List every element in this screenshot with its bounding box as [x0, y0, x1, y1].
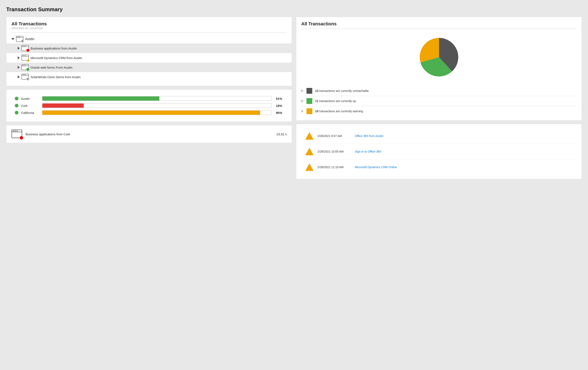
svg-point-9	[25, 46, 26, 47]
california-dot	[15, 111, 19, 115]
svg-point-22	[22, 74, 23, 75]
child-icon-wrapper-3: ✕	[21, 74, 29, 80]
bottom-status-error	[20, 136, 23, 139]
child-icon-wrapper-0	[21, 45, 29, 51]
austin-bar-container	[42, 96, 272, 101]
austin-root-label: Austin	[25, 37, 34, 41]
locations-card: Austin 51% Cork 18%	[6, 89, 292, 122]
bottom-item-card: Business applications from Cork 23,52 s	[6, 125, 292, 143]
svg-point-18	[24, 65, 24, 66]
legend-text-up: 11 transactions are currently up	[315, 99, 356, 103]
alert-datetime-2: 2/26/2021 11:10 AM	[317, 165, 351, 169]
child-icon-wrapper-2	[21, 64, 29, 71]
svg-point-4	[20, 37, 20, 37]
legend-arrow-0	[301, 89, 304, 92]
bottom-icon-wrapper	[11, 129, 22, 139]
warning-icon-1: !	[305, 148, 313, 156]
tree-item-3[interactable]: ✕ SolarWinds Orion Demo from Austin	[11, 72, 287, 82]
tree-item-2[interactable]: Oracle web forms From Austin	[6, 63, 292, 72]
legend-text-unreachable: 13 transactions are currently unreachabl…	[315, 89, 369, 93]
cork-bar-container	[42, 103, 272, 108]
california-bar-container	[42, 110, 272, 115]
status-x-icon-3: ✕	[26, 77, 29, 80]
tree-item-label-2: Oracle web forms From Austin	[31, 66, 73, 69]
location-row-california: California 95%	[15, 110, 284, 115]
austin-icon-wrapper: ✕	[16, 36, 23, 42]
legend-color-up	[306, 98, 312, 104]
svg-point-28	[15, 130, 16, 131]
svg-point-3	[18, 37, 19, 37]
svg-point-23	[24, 74, 24, 75]
tree-item-0[interactable]: Business applications from Austin	[6, 43, 292, 53]
cork-bar	[42, 104, 84, 108]
status-warning-0: ⚠️	[26, 59, 30, 62]
svg-point-27	[13, 130, 14, 131]
chart-card-title: All Transactions	[301, 21, 577, 27]
legend-arrow-2	[301, 110, 304, 113]
tree-item-1[interactable]: ⚠️ Microsoft Dynamics CRM from Austin	[11, 53, 287, 63]
alert-row-1: ! 2/26/2021 10:05 AM Sign in to Office 3…	[301, 144, 577, 159]
svg-point-12	[22, 55, 23, 56]
status-x-icon: ✕	[21, 40, 24, 42]
bottom-item-time: 23,52 s	[277, 132, 287, 136]
cork-name: Cork	[21, 104, 40, 107]
page-title: Transaction Summary	[6, 6, 582, 13]
alert-datetime-1: 2/26/2021 10:05 AM	[317, 150, 351, 153]
alert-datetime-0: 2/26/2021 8:07 AM	[317, 134, 351, 137]
austin-name: Austin	[21, 97, 40, 100]
legend-section: 13 transactions are currently unreachabl…	[301, 86, 577, 116]
tree-item-label-1: Microsoft Dynamics CRM from Austin	[31, 56, 82, 60]
svg-point-14	[25, 55, 26, 56]
status-error-dot-0	[26, 49, 29, 52]
warning-icon-2: !	[305, 163, 313, 171]
svg-point-2	[17, 37, 18, 37]
legend-color-warning	[306, 108, 312, 114]
cork-dot	[15, 104, 19, 107]
california-name: California	[21, 111, 40, 115]
svg-point-24	[25, 74, 26, 75]
alert-link-1[interactable]: Sign in to Office 365	[355, 150, 381, 153]
location-row-austin: Austin 51%	[15, 96, 284, 101]
child-expand-icon-2	[18, 66, 20, 69]
tree-section: ✕ Austin	[11, 32, 287, 82]
pie-chart	[414, 34, 464, 80]
chart-divider	[301, 29, 577, 29]
legend-item-unreachable[interactable]: 13 transactions are currently unreachabl…	[301, 86, 577, 96]
cork-pct: 18%	[276, 104, 284, 107]
location-row-cork: Cork 18%	[15, 103, 284, 108]
bottom-item-label: Business applications from Cork	[26, 132, 70, 136]
svg-point-17	[22, 65, 23, 66]
legend-color-unreachable	[306, 88, 312, 94]
tree-card-title: All Transactions	[11, 21, 287, 27]
transactions-tree-card: All Transactions GROUPED BY LOCATION	[6, 17, 292, 86]
pie-container	[301, 32, 577, 84]
austin-pct: 51%	[276, 97, 284, 100]
legend-item-warning[interactable]: 10 transactions are currently warning	[301, 106, 577, 116]
tree-card-subtitle: GROUPED BY LOCATION	[11, 27, 287, 30]
svg-point-19	[25, 65, 26, 66]
locations-section: Austin 51% Cork 18%	[11, 93, 287, 118]
chart-card: All Transactions	[296, 17, 582, 121]
expand-icon	[11, 38, 14, 40]
svg-point-29	[17, 130, 18, 131]
left-column: All Transactions GROUPED BY LOCATION	[6, 17, 292, 179]
tree-root-austin[interactable]: ✕ Austin	[11, 35, 287, 43]
child-expand-icon-1	[18, 56, 20, 59]
austin-dot	[15, 97, 19, 100]
alert-link-0[interactable]: Office 365 from Austin	[355, 134, 383, 137]
california-bar	[42, 111, 260, 115]
child-icon-wrapper-1: ⚠️	[21, 55, 29, 61]
svg-point-13	[24, 55, 24, 56]
status-ok-dot-2	[26, 68, 29, 71]
alert-row-2: ! 2/26/2021 11:10 AM Microsoft Dynamics …	[301, 159, 577, 175]
warning-icon-0: !	[305, 132, 313, 140]
austin-bar	[42, 96, 159, 101]
child-expand-icon-3	[18, 75, 20, 78]
svg-point-8	[24, 46, 24, 47]
legend-item-up[interactable]: 11 transactions are currently up	[301, 96, 577, 106]
child-expand-icon-0	[18, 47, 20, 50]
alert-row-0: ! 2/26/2021 8:07 AM Office 365 from Aust…	[301, 128, 577, 144]
alert-link-2[interactable]: Microsoft Dynamics CRM Online	[355, 165, 397, 169]
legend-text-warning: 10 transactions are currently warning	[315, 110, 363, 113]
tree-item-label-0: Business applications from Austin	[31, 47, 77, 50]
